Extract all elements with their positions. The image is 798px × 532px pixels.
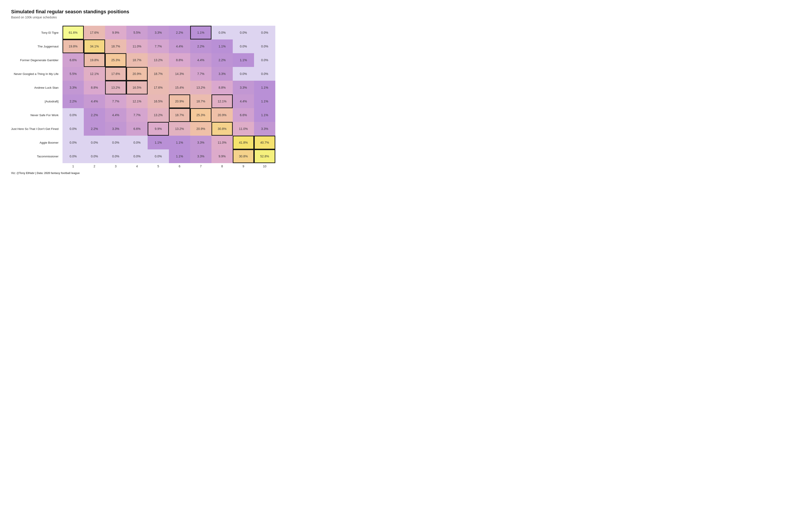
cell-4-7: 8.8%	[211, 81, 233, 94]
cell-1-0: 19.8%	[62, 39, 84, 53]
cell-1-2: 18.7%	[105, 39, 126, 53]
cell-6-8: 6.6%	[233, 108, 254, 122]
cell-7-0: 0.0%	[62, 122, 84, 136]
cell-4-9: 1.1%	[254, 81, 275, 94]
cell-1-7: 1.1%	[211, 39, 233, 53]
cell-1-4: 7.7%	[148, 39, 169, 53]
grid-row-8: 0.0%0.0%0.0%0.0%1.1%1.1%3.3%11.0%41.8%40…	[62, 136, 275, 149]
cell-0-8: 0.0%	[233, 26, 254, 39]
cell-9-9: 52.8%	[254, 149, 275, 163]
col-label-1: 2	[84, 165, 105, 168]
cell-6-5: 18.7%	[169, 108, 190, 122]
col-label-3: 4	[126, 165, 148, 168]
cell-2-9: 0.0%	[254, 53, 275, 67]
cell-7-4: 9.9%	[148, 122, 169, 136]
grid-row-4: 3.3%8.8%13.2%16.5%17.6%15.4%13.2%8.8%3.3…	[62, 81, 275, 94]
cell-2-7: 2.2%	[211, 53, 233, 67]
row-label-0: Tony El Tigre	[11, 26, 60, 39]
footer-data-label: Data:	[37, 172, 43, 175]
footer-viz-label: Viz:	[11, 172, 16, 175]
cell-2-1: 19.8%	[84, 53, 105, 67]
row-label-5: [Autodraft]	[11, 94, 60, 108]
cell-7-2: 3.3%	[105, 122, 126, 136]
cell-5-0: 2.2%	[62, 94, 84, 108]
cell-9-1: 0.0%	[84, 149, 105, 163]
col-label-9: 10	[254, 165, 275, 168]
chart-container: Simulated final regular season standings…	[11, 9, 288, 175]
cell-6-4: 13.2%	[148, 108, 169, 122]
cell-2-3: 18.7%	[126, 53, 148, 67]
cell-4-6: 13.2%	[190, 81, 211, 94]
cell-6-7: 20.9%	[211, 108, 233, 122]
cell-5-4: 16.5%	[148, 94, 169, 108]
cell-5-6: 18.7%	[190, 94, 211, 108]
cell-2-0: 6.6%	[62, 53, 84, 67]
cell-8-4: 1.1%	[148, 136, 169, 149]
col-label-0: 1	[62, 165, 84, 168]
cell-0-6: 1.1%	[190, 26, 211, 39]
cell-8-9: 40.7%	[254, 136, 275, 149]
cell-6-1: 2.2%	[84, 108, 105, 122]
cell-8-5: 1.1%	[169, 136, 190, 149]
col-label-2: 3	[105, 165, 126, 168]
cell-7-6: 20.9%	[190, 122, 211, 136]
cell-4-1: 8.8%	[84, 81, 105, 94]
cell-3-2: 17.6%	[105, 67, 126, 81]
cell-8-1: 0.0%	[84, 136, 105, 149]
cell-9-5: 1.1%	[169, 149, 190, 163]
cell-4-2: 13.2%	[105, 81, 126, 94]
row-label-3: Never Googled a Thing In My Life	[11, 67, 60, 81]
row-labels: Tony El TigreThe JuggernautFormer Degene…	[11, 26, 60, 163]
cell-3-1: 12.1%	[84, 67, 105, 81]
cell-2-2: 25.3%	[105, 53, 126, 67]
col-label-7: 8	[211, 165, 233, 168]
cell-2-8: 1.1%	[233, 53, 254, 67]
cell-3-9: 0.0%	[254, 67, 275, 81]
cell-5-2: 7.7%	[105, 94, 126, 108]
col-label-6: 7	[190, 165, 211, 168]
cell-4-5: 15.4%	[169, 81, 190, 94]
cell-8-0: 0.0%	[62, 136, 84, 149]
cell-3-3: 20.9%	[126, 67, 148, 81]
grid-row-5: 2.2%4.4%7.7%12.1%16.5%20.9%18.7%12.1%4.4…	[62, 94, 275, 108]
footer: Viz: @Tony ElHabr | Data: 2020 fantasy f…	[11, 172, 288, 175]
cell-0-5: 2.2%	[169, 26, 190, 39]
cell-1-6: 2.2%	[190, 39, 211, 53]
cell-1-8: 0.0%	[233, 39, 254, 53]
grid-row-9: 0.0%0.0%0.0%0.0%0.0%1.1%3.3%9.9%30.8%52.…	[62, 149, 275, 163]
cell-1-1: 34.1%	[84, 39, 105, 53]
cell-0-2: 9.9%	[105, 26, 126, 39]
cell-4-3: 16.5%	[126, 81, 148, 94]
cell-6-6: 25.3%	[190, 108, 211, 122]
row-label-9: Tacommissioner	[11, 149, 60, 163]
cell-8-2: 0.0%	[105, 136, 126, 149]
cell-3-4: 18.7%	[148, 67, 169, 81]
cell-3-6: 7.7%	[190, 67, 211, 81]
grid-area: 61.6%17.6%9.9%5.5%3.3%2.2%1.1%0.0%0.0%0.…	[62, 26, 275, 168]
cell-7-1: 2.2%	[84, 122, 105, 136]
cell-9-7: 9.9%	[211, 149, 233, 163]
row-label-7: Just Here So That I Don't Get Fined	[11, 122, 60, 136]
cell-4-8: 3.3%	[233, 81, 254, 94]
cell-8-7: 11.0%	[211, 136, 233, 149]
col-label-8: 9	[233, 165, 254, 168]
cell-9-8: 30.8%	[233, 149, 254, 163]
grid-row-2: 6.6%19.8%25.3%18.7%13.2%8.8%4.4%2.2%1.1%…	[62, 53, 275, 67]
cell-0-0: 61.6%	[62, 26, 84, 39]
cell-2-5: 8.8%	[169, 53, 190, 67]
cell-6-0: 0.0%	[62, 108, 84, 122]
row-label-2: Former Degenerate Gambler	[11, 53, 60, 67]
cell-5-5: 20.9%	[169, 94, 190, 108]
cell-4-4: 17.6%	[148, 81, 169, 94]
cell-6-9: 1.1%	[254, 108, 275, 122]
cell-9-6: 3.3%	[190, 149, 211, 163]
cell-0-9: 0.0%	[254, 26, 275, 39]
cell-3-8: 0.0%	[233, 67, 254, 81]
cell-1-5: 4.4%	[169, 39, 190, 53]
col-label-4: 5	[148, 165, 169, 168]
footer-viz-author: @Tony ElHabr |	[16, 172, 37, 175]
cell-6-2: 4.4%	[105, 108, 126, 122]
cell-9-3: 0.0%	[126, 149, 148, 163]
cell-5-7: 12.1%	[211, 94, 233, 108]
cell-9-4: 0.0%	[148, 149, 169, 163]
